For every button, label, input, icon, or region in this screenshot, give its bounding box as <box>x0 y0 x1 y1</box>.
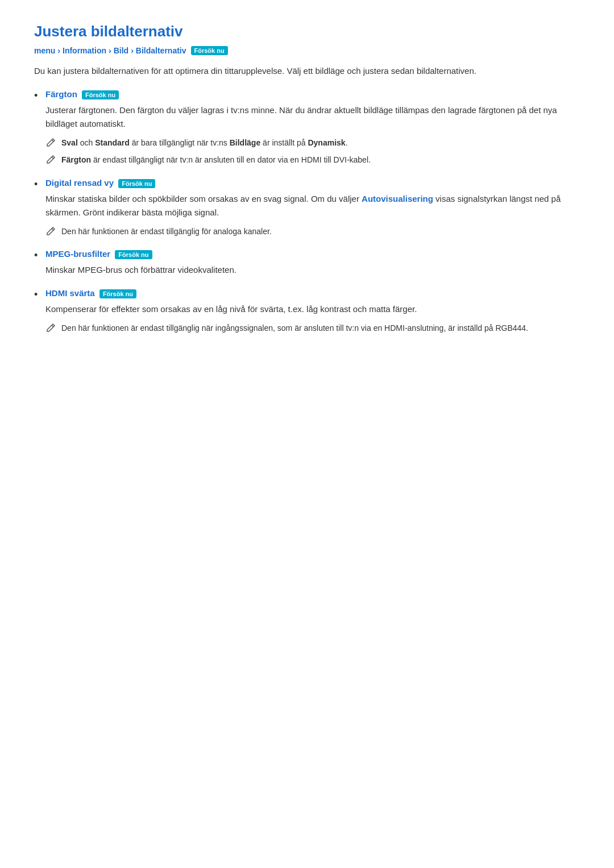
pencil-icon-2 <box>45 155 56 165</box>
breadcrumb-bildalternativ: Bildalternativ <box>136 46 186 55</box>
breadcrumb-sep-1: › <box>57 46 60 55</box>
digital-rensad-vy-description: Minskar statiska bilder och spökbilder s… <box>45 192 580 219</box>
fargtone-try-now-badge[interactable]: Försök nu <box>82 90 119 99</box>
svg-line-1 <box>52 157 53 159</box>
section-hdmi-svarta: HDMI svärta Försök nu Kompenserar för ef… <box>34 288 580 334</box>
pencil-icon-3 <box>45 226 56 236</box>
hdmi-svarta-note-1: Den här funktionen är endast tillgänglig… <box>45 322 580 334</box>
section-list: Färgton Försök nu Justerar färgtonen. De… <box>34 89 580 335</box>
fargtone-note-2: Färgton är endast tillgängligt när tv:n … <box>45 153 580 166</box>
intro-text: Du kan justera bildalternativen för att … <box>34 64 580 78</box>
hdmi-svarta-note-1-text: Den här funktionen är endast tillgänglig… <box>61 322 580 334</box>
section-fargtone: Färgton Försök nu Justerar färgtonen. De… <box>34 89 580 167</box>
fargtone-description: Justerar färgtonen. Den färgton du välje… <box>45 103 580 131</box>
fargtone-note-1: Sval och Standard är bara tillgängligt n… <box>45 136 580 149</box>
section-hdmi-svarta-header: HDMI svärta Försök nu <box>45 288 580 298</box>
section-mpeg-brusfilter-heading: MPEG-brusfilter <box>45 249 110 259</box>
pencil-icon-4 <box>45 323 56 333</box>
section-digital-rensad-vy-heading: Digital rensad vy <box>45 178 114 188</box>
fargtone-note-2-text: Färgton är endast tillgängligt när tv:n … <box>61 153 580 166</box>
mpeg-brusfilter-description: Minskar MPEG-brus och förbättrar videokv… <box>45 263 580 277</box>
fargtone-notes: Sval och Standard är bara tillgängligt n… <box>45 136 580 167</box>
breadcrumb-try-now-badge[interactable]: Försök nu <box>191 46 228 55</box>
fargtone-note-1-text: Sval och Standard är bara tillgängligt n… <box>61 136 580 149</box>
section-mpeg-brusfilter: MPEG-brusfilter Försök nu Minskar MPEG-b… <box>34 249 580 277</box>
svg-line-0 <box>52 140 53 142</box>
breadcrumb: menu › Information › Bild › Bildalternat… <box>34 46 580 55</box>
pencil-icon-1 <box>45 138 56 148</box>
hdmi-svarta-description: Kompenserar för effekter som orsakas av … <box>45 302 580 316</box>
digital-rensad-vy-notes: Den här funktionen är endast tillgänglig… <box>45 225 580 238</box>
mpeg-brusfilter-try-now-badge[interactable]: Försök nu <box>115 250 152 259</box>
breadcrumb-menu: menu <box>34 46 55 55</box>
section-hdmi-svarta-heading: HDMI svärta <box>45 288 95 298</box>
breadcrumb-information: Information <box>63 46 106 55</box>
section-fargtone-heading: Färgton <box>45 89 77 99</box>
breadcrumb-sep-2: › <box>109 46 111 55</box>
section-fargtone-header: Färgton Försök nu <box>45 89 580 99</box>
hdmi-svarta-notes: Den här funktionen är endast tillgänglig… <box>45 322 580 334</box>
svg-line-2 <box>52 229 53 230</box>
section-mpeg-brusfilter-header: MPEG-brusfilter Försök nu <box>45 249 580 259</box>
svg-line-3 <box>52 325 53 327</box>
hdmi-svarta-try-now-badge[interactable]: Försök nu <box>99 289 136 298</box>
digital-rensad-vy-try-now-badge[interactable]: Försök nu <box>118 179 155 188</box>
breadcrumb-bild: Bild <box>114 46 128 55</box>
page-title: Justera bildalternativ <box>34 23 580 40</box>
section-digital-rensad-vy: Digital rensad vy Försök nu Minskar stat… <box>34 178 580 238</box>
digital-rensad-vy-note-1-text: Den här funktionen är endast tillgänglig… <box>61 225 580 238</box>
digital-rensad-vy-note-1: Den här funktionen är endast tillgänglig… <box>45 225 580 238</box>
section-digital-rensad-vy-header: Digital rensad vy Försök nu <box>45 178 580 188</box>
breadcrumb-sep-3: › <box>131 46 134 55</box>
